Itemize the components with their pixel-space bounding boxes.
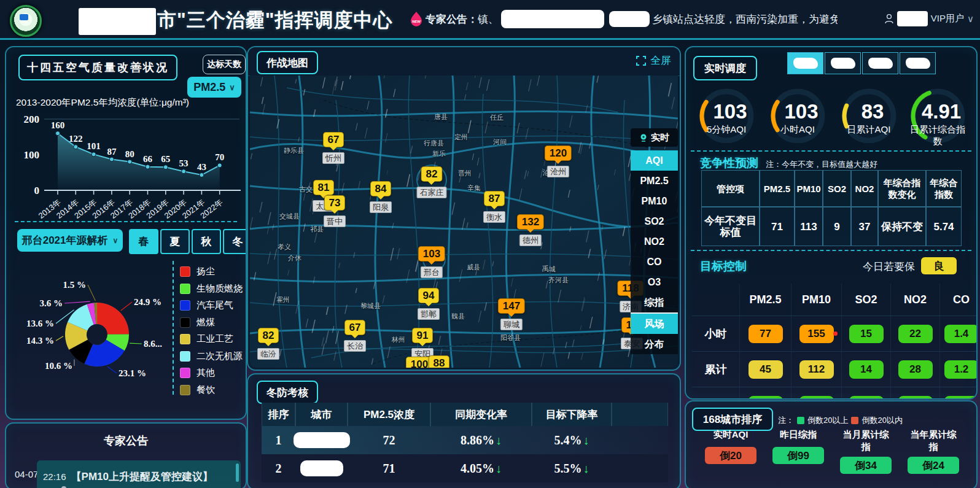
aqi-marker-石家庄[interactable]: 82石家庄 xyxy=(417,166,447,198)
redacted-city-name xyxy=(79,8,156,35)
map-layer-PM10[interactable]: PM10 xyxy=(631,191,678,211)
aqi-marker-邯郸[interactable]: 94邯郸 xyxy=(418,288,440,320)
redacted-tab-label xyxy=(868,58,893,69)
map-layer-SO2[interactable]: SO2 xyxy=(631,211,678,231)
season-tab-2[interactable]: 夏 xyxy=(160,229,190,254)
legend-label: 倒数20以内 xyxy=(861,415,902,426)
target-header-cell: PM2.5 xyxy=(740,284,791,316)
dispatch-tab-4[interactable] xyxy=(900,52,936,74)
redacted-announcement xyxy=(609,11,650,27)
marker-value: 91 xyxy=(412,328,434,343)
announcement-label: 专家公告： xyxy=(426,12,478,26)
season-tab-3[interactable]: 秋 xyxy=(192,229,221,254)
assessment-title-box: 冬防考核 xyxy=(257,381,318,404)
target-title: 目标控制 xyxy=(700,258,747,274)
notice-time: 22:16 xyxy=(43,471,66,482)
svg-text:66: 66 xyxy=(143,154,153,164)
legend-label: 餐饮 xyxy=(196,384,215,396)
standard-days-button[interactable]: 达标天数 xyxy=(203,55,246,74)
legend-label: 汽车尾气 xyxy=(196,300,233,311)
aqi-marker-邢台[interactable]: 103邢台 xyxy=(418,246,445,278)
redacted-city xyxy=(300,460,343,476)
notice-item[interactable]: 22:16 【PM10上升提醒及管控建议】 xyxy=(37,460,241,488)
map-place-label: 静乐县 xyxy=(284,146,304,155)
pm25-cell: 71 xyxy=(348,454,430,482)
map-canvas[interactable]: 静乐县古交交城县祁县孝义介休唐县定州行唐县新乐任丘河间晋州辛集泊头霍州黎城县林州… xyxy=(250,76,678,368)
city-ranking-panel: 168城市排序 注： 倒数20以上倒数20以内 实时AQI倒20昨日综指倒99当… xyxy=(685,400,978,488)
aqi-marker-临汾[interactable]: 82临汾 xyxy=(257,328,279,360)
source-pie-chart: 24.9 %8.6...23.1 %10.6 %14.3 %13.6 %3.6 … xyxy=(6,255,178,402)
gauge-value: 4.91 xyxy=(911,100,972,123)
aqi-marker-阳泉[interactable]: 84阳泉 xyxy=(370,181,392,213)
svg-text:NEW: NEW xyxy=(412,20,421,23)
aqi-marker-德州[interactable]: 132德州 xyxy=(517,214,544,246)
legend-swatch xyxy=(180,300,190,311)
air-quality-panel: 十四五空气质量改善状况 达标天数 PM2.5 ∨ 2013-2020年PM2.5… xyxy=(5,46,247,420)
ranking-column: 当月累计综指倒34 xyxy=(832,428,900,474)
table-row: 2714.05%↓5.5%↓ xyxy=(262,454,668,482)
aqi-marker-晋中[interactable]: 73晋中 xyxy=(324,195,346,227)
map-layer-O3[interactable]: O3 xyxy=(631,272,678,292)
redacted-tab-label xyxy=(831,58,855,69)
realtime-toggle[interactable]: 实时 xyxy=(631,128,678,147)
ranking-header: 当年累计综指 xyxy=(906,428,960,453)
aqi-marker-濮阳[interactable]: 88濮阳 xyxy=(428,355,450,368)
legend-swatch xyxy=(180,266,190,277)
marker-value: 87 xyxy=(484,191,505,206)
season-tab-1[interactable]: 春 xyxy=(129,229,158,254)
map-place-label: 祁县 xyxy=(310,225,324,234)
map-title: 作战地图 xyxy=(266,56,308,70)
prediction-header-cell: NO2 xyxy=(851,170,878,207)
aqi-marker-长治[interactable]: 67长治 xyxy=(344,320,366,352)
target-control-table: PM2.5PM10SO2NO2CO小时7715515221.4累计4511214… xyxy=(692,284,978,400)
dispatch-title: 实时调度 xyxy=(704,61,746,76)
map-place-label: 介休 xyxy=(288,254,301,263)
rank-cell: 1 xyxy=(262,426,295,454)
gauge-label: 日累计综合指数 xyxy=(907,123,968,147)
ranking-columns: 实时AQI倒20昨日综指倒99当月累计综指倒34当年累计综指倒24 xyxy=(697,428,967,474)
aqi-marker-沧州[interactable]: 120沧州 xyxy=(545,145,572,177)
scrollbar[interactable] xyxy=(236,463,239,482)
ranking-title-box: 168城市排序 xyxy=(692,408,773,431)
marker-value: 103 xyxy=(418,246,445,261)
map-layer-风场[interactable]: 风场 xyxy=(631,314,678,334)
map-layer-CO[interactable]: CO xyxy=(631,252,678,272)
source-analysis-dropdown[interactable]: 邢台2021年源解析 ∨ xyxy=(17,229,123,252)
fullscreen-button[interactable]: 全屏 xyxy=(636,53,671,68)
legend-label: 扬尘 xyxy=(196,266,215,277)
legend-item: 其他 xyxy=(180,365,243,382)
map-layer-AQI[interactable]: AQI xyxy=(631,150,678,171)
dispatch-tab-2[interactable] xyxy=(825,52,861,74)
assessment-header-cell: PM2.5浓度 xyxy=(348,403,430,426)
pie-legend: 扬尘生物质燃烧汽车尾气燃煤工业工艺二次无机源其他餐饮 xyxy=(180,263,243,398)
legend-item: 工业工艺 xyxy=(180,331,243,348)
value-badge: 22 xyxy=(898,325,933,343)
assessment-header-cell: 目标下降率 xyxy=(532,403,612,426)
map-layer-PM2.5[interactable]: PM2.5 xyxy=(631,171,678,191)
table-row: 1728.86%↓5.4%↓ xyxy=(262,426,668,454)
svg-text:10.6 %: 10.6 % xyxy=(45,361,72,371)
map-layer-综指[interactable]: 综指 xyxy=(631,292,678,314)
dispatch-tab-3[interactable] xyxy=(862,52,898,74)
new-pin-icon: NEW xyxy=(410,11,422,27)
aqi-marker-衡水[interactable]: 87衡水 xyxy=(483,191,505,223)
winter-assessment-panel: 冬防考核 排序城市PM2.5浓度同期变化率目标下降率1728.86%↓5.4%↓… xyxy=(247,373,681,488)
svg-text:0: 0 xyxy=(34,185,40,196)
pollutant-dropdown[interactable]: PM2.5 ∨ xyxy=(187,77,241,98)
season-tab-4[interactable]: 冬 xyxy=(223,229,247,254)
map-place-label: 辛集 xyxy=(467,184,481,193)
ranking-legend: 注： 倒数20以上倒数20以内 xyxy=(778,415,903,426)
aqi-marker-忻州[interactable]: 67忻州 xyxy=(322,132,344,164)
city-cell xyxy=(295,454,348,482)
map-layer-分布[interactable]: 分布 xyxy=(631,334,678,354)
rank-cell: 2 xyxy=(262,454,295,482)
marker-value: 67 xyxy=(344,320,366,335)
aqi-marker-聊城[interactable]: 147聊城 xyxy=(498,298,525,330)
down-arrow-icon: ↓ xyxy=(496,462,502,476)
map-place-label: 行唐县 xyxy=(424,139,444,148)
map-layer-NO2[interactable]: NO2 xyxy=(631,231,678,252)
prediction-header-cell: PM10 xyxy=(795,170,823,207)
assessment-header-cell: 排序 xyxy=(262,403,295,426)
user-menu[interactable]: VIP用户 ∨ xyxy=(884,11,974,26)
dispatch-tab-1[interactable] xyxy=(787,52,823,74)
